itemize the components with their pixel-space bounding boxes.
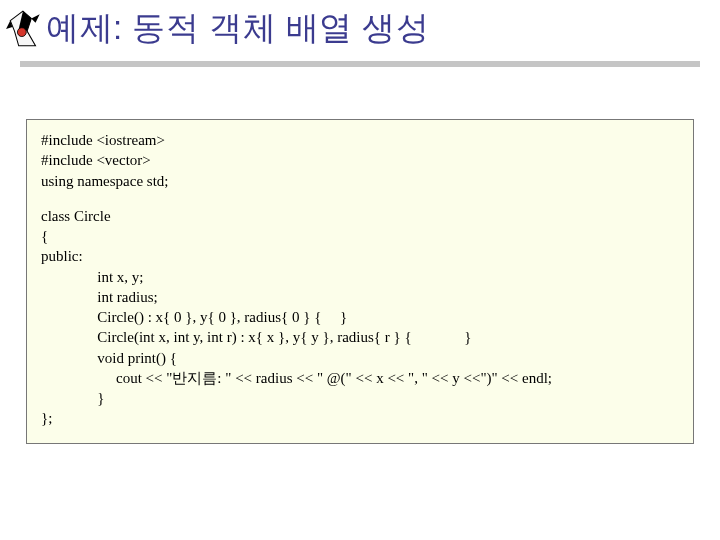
code-line: Circle(int x, int y, int r) : x{ x }, y{… bbox=[41, 327, 679, 347]
slide-title: 예제: 동적 객체 배열 생성 bbox=[46, 6, 429, 51]
code-line: #include <vector> bbox=[41, 150, 679, 170]
code-line: int radius; bbox=[41, 287, 679, 307]
code-line: class Circle bbox=[41, 206, 679, 226]
code-blank bbox=[41, 191, 679, 206]
code-line: using namespace std; bbox=[41, 171, 679, 191]
code-line: void print() { bbox=[41, 348, 679, 368]
horizontal-rule bbox=[20, 61, 700, 67]
code-line: { bbox=[41, 226, 679, 246]
code-line: int x, y; bbox=[41, 267, 679, 287]
code-line: } bbox=[41, 388, 679, 408]
code-block: #include <iostream> #include <vector> us… bbox=[26, 119, 694, 444]
code-line: }; bbox=[41, 408, 679, 428]
code-line: cout << "반지름: " << radius << " @(" << x … bbox=[41, 368, 679, 388]
slide: 예제: 동적 객체 배열 생성 #include <iostream> #inc… bbox=[0, 0, 720, 540]
code-line: public: bbox=[41, 246, 679, 266]
title-row: 예제: 동적 객체 배열 생성 bbox=[0, 0, 720, 51]
code-line: #include <iostream> bbox=[41, 130, 679, 150]
code-line: Circle() : x{ 0 }, y{ 0 }, radius{ 0 } {… bbox=[41, 307, 679, 327]
java-duke-icon bbox=[4, 8, 46, 50]
svg-point-0 bbox=[17, 27, 26, 36]
